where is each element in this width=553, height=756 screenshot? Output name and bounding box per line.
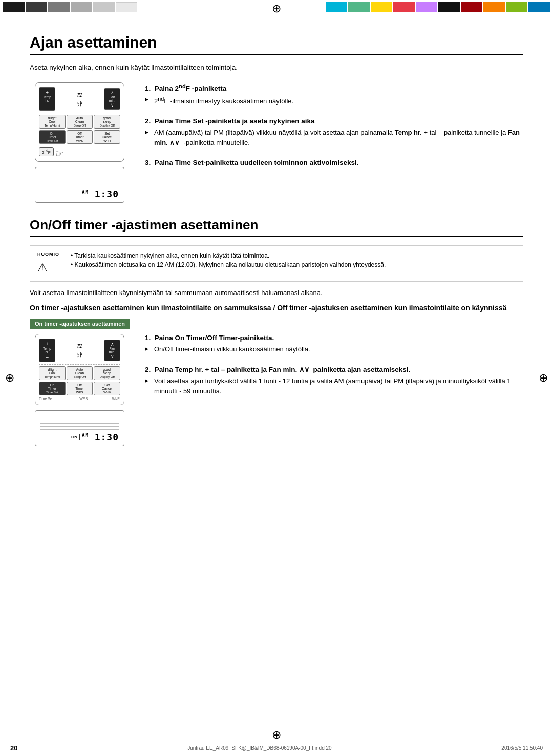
- remote-row-top: + Temphr. − ≋ 丱 ∧ Fanmin. ∨: [39, 87, 120, 111]
- remote-divider-1: [39, 113, 120, 113]
- section2-intro: Voit asettaa ilmastointilaitteen käynnis…: [30, 289, 523, 297]
- display-line-1: [40, 180, 119, 180]
- on-timer-btn-2[interactable]: OnTimerTime Set: [39, 382, 66, 395]
- remote-three-btns-1: d'lightCoolTemp/Humi AutoCleanBeep Off g…: [39, 115, 120, 129]
- remote-2ndf-row: 2ndF ☞: [39, 146, 120, 157]
- page-footer: 20 Junfrau EE_AR09FSFK@_IB&IM_DB68-06190…: [0, 742, 553, 752]
- footer-date: 2016/5/5 11:50:40: [501, 745, 543, 751]
- swatch-magenta: [416, 2, 437, 12]
- fan-min-btn[interactable]: ∧ Fanmin. ∨: [104, 88, 120, 110]
- warning-list: Tarkista kaukosäätimen nykyinen aika, en…: [66, 251, 386, 269]
- footer-filename: Junfrau EE_AR09FSFK@_IB&IM_DB68-06190A-0…: [187, 745, 331, 751]
- instruction-1-bullet: 2ndF -ilmaisin ilmestyy kaukosäätimen nä…: [145, 95, 523, 107]
- remote2-row-top: + Temphr. − ≋ 丱 ∧ Fanmin. ∨: [39, 339, 120, 362]
- display-line-5: [40, 426, 119, 427]
- display-line-3: [40, 186, 119, 186]
- 2ndf-button[interactable]: 2ndF: [39, 147, 54, 156]
- instruction-2-heading: 2. Paina Time Set -painiketta ja aseta n…: [145, 117, 523, 125]
- top-color-bar: ⊕: [0, 0, 553, 14]
- section2-remote-container: + Temphr. − ≋ 丱 ∧ Fanmin. ∨: [30, 334, 130, 446]
- instruction-1-heading: 1. Paina 2ndF -painiketta: [145, 82, 523, 92]
- fan-icon-center-2: ≋ 丱: [77, 342, 83, 359]
- remote2-divider: [39, 364, 120, 365]
- time-set-label-2: Time Se...: [39, 397, 55, 401]
- fan-min-btn-2[interactable]: ∧ Fanmin. ∨: [104, 340, 120, 361]
- dlight-cool-btn-2[interactable]: d'lightCoolTemp/Humi: [39, 366, 66, 380]
- set-cancel-btn[interactable]: SetCancelWi-Fi: [94, 130, 120, 144]
- display-row-2: ON AM 1:30: [40, 432, 119, 443]
- main-content: Ajan asettaminen Aseta nykyinen aika, en…: [0, 14, 553, 477]
- swatch-cyan: [326, 2, 347, 12]
- auto-clean-btn-2[interactable]: AutoCleanBeep Off: [67, 366, 93, 380]
- warning-text: Tarkista kaukosäätimen nykyinen aika, en…: [66, 251, 386, 269]
- instruction-s2-1-bullet: On/Off timer-ilmaisin vilkkuu kaukosääti…: [145, 344, 523, 354]
- page-number: 20: [10, 744, 17, 752]
- warning-box: HUOMIO ⚠ Tarkista kaukosäätimen nykyinen…: [30, 245, 523, 282]
- warning-item-1: Tarkista kaukosäätimen nykyinen aika, en…: [71, 251, 386, 260]
- on-badge: ON: [69, 434, 80, 440]
- registration-mark-left: ⊕: [5, 371, 14, 385]
- instruction-3: 3. Paina Time Set-painiketta uudelleen t…: [145, 159, 523, 166]
- remote-control-1: + Temphr. − ≋ 丱 ∧ Fanmin. ∨: [35, 82, 124, 162]
- section1-subtitle: Aseta nykyinen aika, ennen kuin käytät i…: [30, 64, 523, 71]
- wps-label-2: WPS: [79, 397, 88, 401]
- instruction-3-heading: 3. Paina Time Set-painiketta uudelleen t…: [145, 159, 523, 166]
- off-timer-btn-2[interactable]: OffTimer WPS: [67, 382, 93, 395]
- remote-control-2: + Temphr. − ≋ 丱 ∧ Fanmin. ∨: [35, 334, 124, 405]
- section2-body: + Temphr. − ≋ 丱 ∧ Fanmin. ∨: [30, 334, 523, 446]
- left-color-swatches: [0, 0, 140, 14]
- swatch-gray2: [71, 2, 92, 12]
- swatch-black1: [3, 2, 25, 12]
- swatch-black3: [438, 2, 460, 12]
- auto-clean-btn[interactable]: AutoCleanBeep Off: [67, 115, 93, 129]
- registration-mark-bottom: ⊕: [272, 728, 281, 742]
- wifi-label-2: Wi-Fi: [112, 397, 120, 401]
- section2-instructions: 1. Paina On Timer/Off Timer-painiketta. …: [145, 334, 523, 408]
- display-line-2: [40, 183, 119, 183]
- swatch-darkred: [461, 2, 482, 12]
- section1-instructions: 1. Paina 2ndF -painiketta 2ndF -ilmaisin…: [145, 82, 523, 178]
- green-label: On timer -ajastuksen asettaminen: [30, 319, 130, 329]
- off-timer-btn[interactable]: OffTimer WPS: [67, 130, 93, 144]
- remote2-three-btns-1: d'lightCoolTemp/Humi AutoCleanBeep Off g…: [39, 366, 120, 380]
- swatch-red: [393, 2, 415, 12]
- section1-body: + Temphr. − ≋ 丱 ∧ Fanmin. ∨: [30, 82, 523, 203]
- swatch-black2: [26, 2, 47, 12]
- registration-mark-right: ⊕: [539, 371, 548, 385]
- display-line-4: [40, 423, 119, 424]
- display-box-1: AM 1:30: [35, 167, 124, 203]
- good-sleep-btn[interactable]: good'sleepDisplay Off: [94, 115, 120, 129]
- section2-bold-title: On timer -ajastuksen asettaminen kun ilm…: [30, 303, 523, 313]
- fan-icon-center: ≋ 丱: [77, 91, 83, 108]
- swatch-white1: [116, 2, 137, 12]
- remote-timer-btns: OnTimerTime Set OffTimer WPS SetCancelWi…: [39, 130, 120, 144]
- on-timer-btn[interactable]: OnTimerTime Set: [39, 130, 66, 144]
- remote2-timer-btns: OnTimerTime Set OffTimer WPS SetCancelWi…: [39, 382, 120, 395]
- display-lines-2: [40, 423, 119, 430]
- registration-mark-top: ⊕: [272, 2, 281, 15]
- display-time-2: AM 1:30: [82, 432, 119, 443]
- instruction-s2-2-heading: 2. Paina Temp hr. + tai – painiketta ja …: [145, 365, 523, 373]
- display-box-2: ON AM 1:30: [35, 410, 124, 446]
- temp-hr-btn-2[interactable]: + Temphr. −: [39, 339, 55, 362]
- section1-remote-container: + Temphr. − ≋ 丱 ∧ Fanmin. ∨: [30, 82, 130, 203]
- good-sleep-btn-2[interactable]: good'sleepDisplay Off: [94, 366, 120, 380]
- swatch-orange: [483, 2, 505, 12]
- display-time-1: AM 1:30: [40, 188, 119, 199]
- warning-item-2: Kaukosäätimen oletusaika on 12 AM (12.00…: [71, 260, 386, 269]
- instruction-1: 1. Paina 2ndF -painiketta 2ndF -ilmaisin…: [145, 82, 523, 106]
- section1-title: Ajan asettaminen: [30, 34, 523, 55]
- instruction-2-bullet: AM (aamupäivä) tai PM (iltapäivä) vilkku…: [145, 128, 523, 148]
- swatch-yellow: [371, 2, 392, 12]
- instruction-s2-2: 2. Paina Temp hr. + tai – painiketta ja …: [145, 365, 523, 396]
- swatch-gray3: [93, 2, 115, 12]
- swatch-green: [348, 2, 370, 12]
- set-cancel-btn-2[interactable]: SetCancelWi-Fi: [94, 382, 120, 395]
- warning-label: HUOMIO: [37, 251, 59, 258]
- swatch-teal: [528, 2, 550, 12]
- dlight-cool-btn[interactable]: d'lightCoolTemp/Humi: [39, 115, 66, 129]
- swatch-gray1: [48, 2, 70, 12]
- instruction-s2-1: 1. Paina On Timer/Off Timer-painiketta. …: [145, 334, 523, 354]
- display-lines-1: [40, 180, 119, 186]
- temp-hr-btn[interactable]: + Temphr. −: [39, 87, 55, 111]
